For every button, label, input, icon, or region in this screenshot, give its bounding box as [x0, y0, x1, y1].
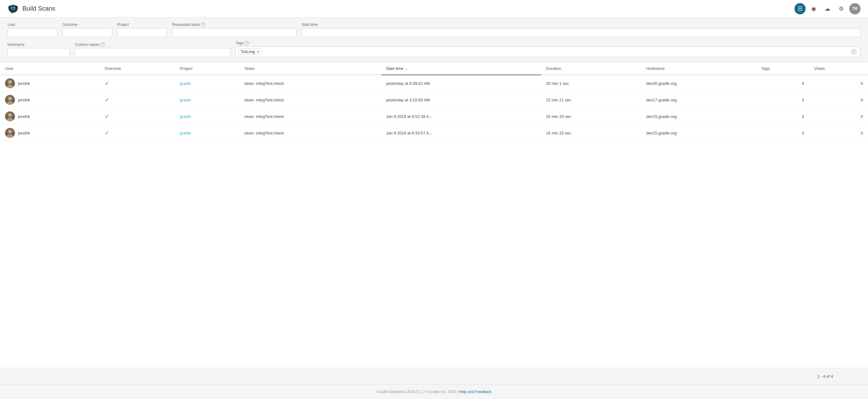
footer-copyright: © Gradle Inc. 2019 [425, 390, 456, 394]
requested-tasks-help-icon[interactable]: ? [201, 23, 206, 27]
cell-start-time: yesterday at 3:10:59 AM [381, 92, 541, 108]
cell-project: gradle [175, 92, 239, 108]
table-row[interactable]: jendrik ✓gradleclean :integTest:checkyes… [0, 75, 868, 92]
cell-duration: 20 min 1 sec [541, 75, 642, 92]
dashboard-button[interactable]: ◉ [808, 3, 819, 15]
header-right: ☰ ◉ ☁ ⚙ TR [795, 3, 861, 15]
col-header-user: User [0, 62, 100, 75]
user-initials: TR [852, 6, 858, 11]
table-header-row: User Outcome Project Tasks Start time ↓ [0, 62, 868, 75]
builds-table: User Outcome Project Tasks Start time ↓ [0, 62, 868, 141]
project-link[interactable]: gradle [180, 81, 191, 86]
pagination-prev-button[interactable]: ‹ [838, 372, 847, 380]
project-filter-input[interactable] [117, 28, 167, 37]
hostname-filter-label: Hostname [7, 42, 70, 47]
col-header-tasks: Tasks [239, 62, 381, 75]
app-title: Build Scans [23, 5, 56, 12]
outcome-filter-label: Outcome [62, 23, 112, 27]
user-avatar-button[interactable]: TR [849, 3, 861, 15]
cell-views: 0 [809, 75, 868, 92]
tags-help-icon[interactable]: ? [245, 41, 249, 45]
footer-version: Gradle Enterprise 2018.5.1 [376, 390, 422, 394]
requested-tasks-filter-label: Requested tasks ? [172, 23, 297, 27]
requested-tasks-filter-input[interactable] [172, 28, 297, 37]
cell-project: gradle [175, 125, 239, 141]
project-link[interactable]: gradle [180, 131, 191, 135]
table-row[interactable]: jendrik ✓gradleclean :integTest:checkJan… [0, 108, 868, 125]
user-filter-input[interactable] [7, 28, 57, 37]
svg-point-3 [15, 6, 18, 10]
user-avatar [5, 111, 15, 121]
col-header-start-time[interactable]: Start time ↓ [381, 62, 541, 75]
col-header-outcome: Outcome [100, 62, 175, 75]
tags-input-container[interactable]: TooLong ✕ Ⓧ [236, 47, 861, 57]
project-link[interactable]: gradle [180, 98, 191, 102]
custom-values-filter-input[interactable] [75, 48, 230, 57]
user-name: jendrik [18, 98, 30, 102]
svg-point-2 [8, 6, 11, 10]
col-header-views: Views [809, 62, 868, 75]
cell-tags: 3 [756, 108, 809, 125]
col-header-hostname: Hostname [641, 62, 756, 75]
table-row[interactable]: jendrik ✓gradleclean :integTest:checkJan… [0, 125, 868, 141]
tag-chip-label: TooLong [241, 50, 255, 54]
custom-values-filter-label: Custom values ? [75, 42, 230, 47]
user-name: jendrik [18, 131, 30, 135]
cell-hostname: dev17.gradle.org [641, 92, 756, 108]
cell-duration: 25 min 20 sec [541, 108, 642, 125]
cloud-button[interactable]: ☁ [822, 3, 833, 15]
tag-chip-remove-button[interactable]: ✕ [256, 50, 260, 54]
cell-outcome: ✓ [100, 108, 175, 125]
user-avatar [5, 78, 15, 88]
cell-views: 0 [809, 108, 868, 125]
hostname-filter-input[interactable] [7, 48, 70, 57]
cell-tasks: clean :integTest:check [239, 92, 381, 108]
cloud-icon: ☁ [825, 5, 830, 12]
cell-tasks: clean :integTest:check [239, 125, 381, 141]
cell-project: gradle [175, 75, 239, 92]
start-time-filter-input[interactable] [302, 28, 861, 37]
success-icon: ✓ [105, 81, 109, 86]
cell-start-time: Jan 9 2019 at 8:33:57 A... [381, 125, 541, 141]
pagination-next-button[interactable]: › [852, 372, 861, 380]
cell-hostname: dev15.gradle.org [641, 108, 756, 125]
cell-tasks: clean :integTest:check [239, 75, 381, 92]
success-icon: ✓ [105, 97, 109, 103]
table-header: User Outcome Project Tasks Start time ↓ [0, 62, 868, 75]
cell-user: jendrik [0, 108, 100, 125]
tag-chip-toolong: TooLong ✕ [239, 49, 262, 55]
cell-user: jendrik [0, 92, 100, 108]
tags-filter-label: Tags ? [236, 41, 861, 45]
filter-row-1: User Outcome Project Requested tasks ? S… [7, 23, 861, 37]
filter-group-outcome: Outcome [62, 23, 112, 37]
cell-user: jendrik [0, 75, 100, 92]
svg-point-5 [14, 7, 15, 8]
filter-row-2: Hostname Custom values ? Tags ? TooLong [7, 41, 861, 57]
content-footer: 1 - 4 of 4 ‹ › [0, 368, 868, 384]
help-feedback-link[interactable]: Help and Feedback [459, 390, 492, 394]
user-avatar [5, 95, 15, 105]
outcome-filter-input[interactable] [62, 28, 112, 37]
col-header-project: Project [175, 62, 239, 75]
cell-tags: 4 [756, 75, 809, 92]
table-row[interactable]: jendrik ✓gradleclean :integTest:checkyes… [0, 92, 868, 108]
page-footer: Gradle Enterprise 2018.5.1 | © Gradle In… [0, 384, 868, 399]
filter-group-start-time: Start time [302, 23, 861, 37]
speedometer-icon: ◉ [811, 5, 816, 12]
header-left: Build Scans [7, 3, 56, 15]
filter-group-project: Project [117, 23, 167, 37]
cell-views: 0 [809, 125, 868, 141]
header: Build Scans ☰ ◉ ☁ ⚙ TR [0, 0, 868, 18]
settings-button[interactable]: ⚙ [836, 3, 847, 15]
tags-clear-button[interactable]: Ⓧ [849, 48, 858, 56]
cell-duration: 22 min 21 sec [541, 92, 642, 108]
user-avatar [5, 128, 15, 138]
cell-views: 0 [809, 92, 868, 108]
user-name: jendrik [18, 81, 30, 86]
list-view-button[interactable]: ☰ [795, 3, 806, 15]
custom-values-help-icon[interactable]: ? [101, 42, 105, 47]
project-link[interactable]: gradle [180, 114, 191, 119]
filter-group-requested-tasks: Requested tasks ? [172, 23, 297, 37]
cell-outcome: ✓ [100, 92, 175, 108]
col-header-tags: Tags [756, 62, 809, 75]
